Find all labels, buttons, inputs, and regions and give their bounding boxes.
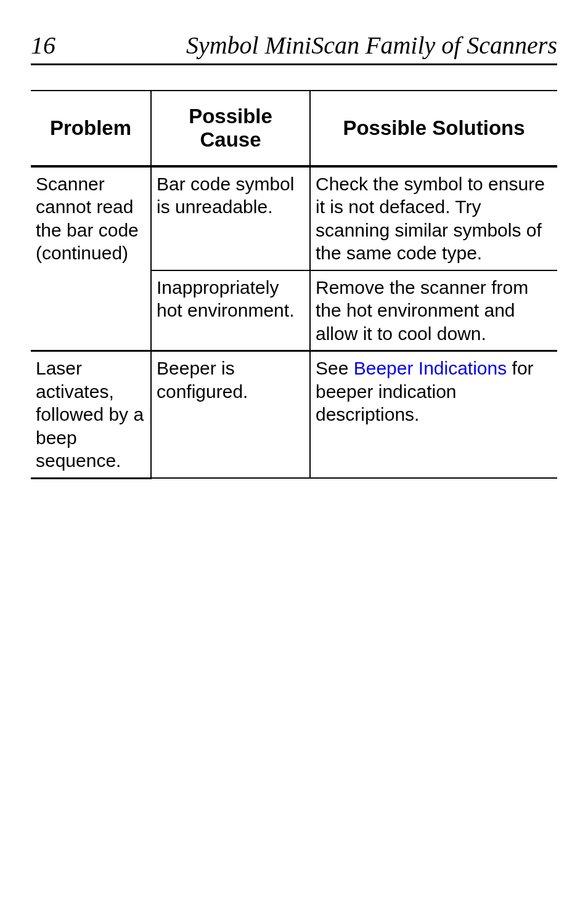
table-header-row: Problem Possible Cause Possible Solution…	[31, 91, 557, 166]
column-header-solutions: Possible Solutions	[310, 91, 557, 166]
column-header-cause: Possible Cause	[151, 91, 310, 166]
beeper-indications-link[interactable]: Beeper Indications	[354, 358, 507, 378]
solution-cell: Remove the scanner from the hot environm…	[310, 270, 557, 351]
cause-cell: Beeper is configured.	[151, 351, 310, 479]
table-row: Scanner cannot read the bar code (contin…	[31, 166, 557, 270]
problem-cell: Laser activates, followed by a beep sequ…	[31, 351, 151, 479]
page-number: 16	[31, 31, 55, 60]
column-header-problem: Problem	[31, 91, 151, 166]
page-header: 16 Symbol MiniScan Family of Scanners	[31, 31, 557, 65]
cause-cell: Bar code symbol is unreadable.	[151, 166, 310, 270]
solution-cell: Check the symbol to ensure it is not def…	[310, 166, 557, 270]
cause-cell: Inappropriately hot environment.	[151, 270, 310, 351]
table-row: Laser activates, followed by a beep sequ…	[31, 351, 557, 479]
document-title: Symbol MiniScan Family of Scanners	[186, 31, 557, 60]
troubleshooting-table: Problem Possible Cause Possible Solution…	[31, 90, 557, 479]
solution-text-pre: See	[316, 358, 354, 378]
solution-cell: See Beeper Indications for beeper indica…	[310, 351, 557, 479]
problem-cell: Scanner cannot read the bar code (contin…	[31, 166, 151, 351]
